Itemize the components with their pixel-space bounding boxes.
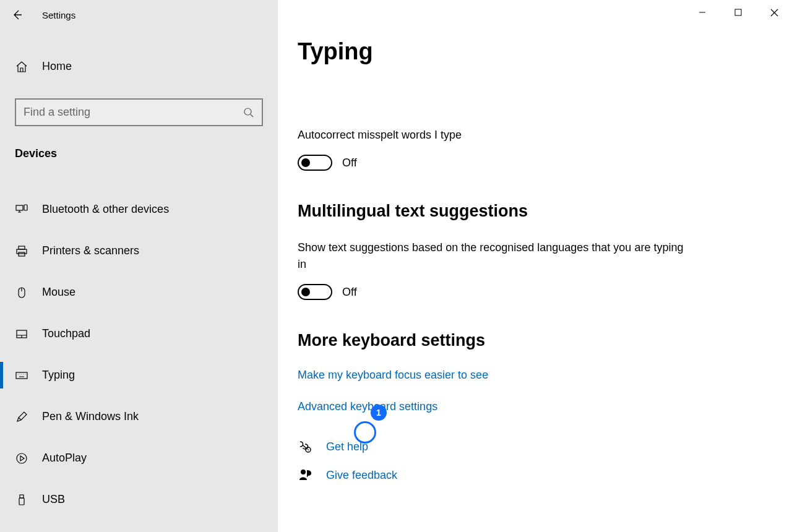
search-input[interactable]: [24, 106, 242, 119]
sidebar-item-label: Pen & Windows Ink: [42, 410, 139, 423]
sidebar-item-label: Home: [42, 60, 72, 73]
autoplay-icon: [15, 452, 28, 465]
svg-rect-3: [19, 246, 25, 249]
multilingual-label: Show text suggestions based on the recog…: [298, 239, 694, 273]
maximize-icon: [734, 9, 742, 16]
usb-icon: [15, 493, 28, 507]
svg-point-9: [17, 453, 27, 463]
sidebar-item-label: Bluetooth & other devices: [42, 203, 169, 216]
arrow-left-icon: [11, 9, 24, 21]
svg-rect-8: [16, 372, 27, 379]
close-icon: [770, 9, 778, 17]
svg-rect-2: [24, 205, 27, 210]
sidebar-item-touchpad[interactable]: Touchpad: [0, 313, 278, 354]
svg-rect-11: [19, 498, 24, 505]
help-icon: ?: [298, 439, 312, 454]
svg-point-0: [244, 108, 251, 115]
sidebar-item-usb[interactable]: USB: [0, 479, 278, 520]
sidebar-item-label: AutoPlay: [42, 452, 87, 465]
svg-point-14: [301, 470, 306, 474]
feedback-icon: [298, 468, 312, 483]
svg-rect-15: [735, 9, 741, 15]
minimize-button[interactable]: [684, 0, 720, 25]
sidebar-item-pen[interactable]: Pen & Windows Ink: [0, 396, 278, 437]
sidebar-item-bluetooth[interactable]: Bluetooth & other devices: [0, 189, 278, 230]
sidebar-item-mouse[interactable]: Mouse: [0, 272, 278, 313]
svg-rect-1: [16, 205, 23, 210]
sidebar-item-label: Printers & scanners: [42, 244, 139, 257]
multilingual-header: Multilingual text suggestions: [298, 202, 761, 221]
pen-icon: [15, 410, 28, 424]
more-settings-header: More keyboard settings: [298, 331, 761, 350]
sidebar-item-typing[interactable]: Typing: [0, 354, 278, 396]
back-button[interactable]: [5, 2, 30, 27]
search-icon: [242, 106, 256, 119]
window-title: Settings: [42, 10, 75, 20]
page-title: Typing: [298, 38, 761, 65]
svg-rect-10: [20, 495, 24, 498]
autocorrect-toggle[interactable]: [298, 155, 332, 171]
touchpad-icon: [15, 327, 28, 341]
multilingual-toggle[interactable]: [298, 284, 332, 300]
link-keyboard-focus[interactable]: Make my keyboard focus easier to see: [298, 369, 761, 382]
sidebar-item-label: Typing: [42, 369, 75, 382]
mouse-icon: [15, 286, 28, 299]
sidebar-item-label: Touchpad: [42, 327, 90, 340]
link-advanced-keyboard[interactable]: Advanced keyboard settings: [298, 400, 761, 413]
maximize-button[interactable]: [720, 0, 756, 25]
printer-icon: [15, 244, 28, 258]
sidebar-item-label: USB: [42, 493, 65, 506]
sidebar-item-label: Mouse: [42, 286, 75, 299]
multilingual-state: Off: [342, 286, 357, 299]
autocorrect-state: Off: [342, 157, 357, 169]
devices-icon: [15, 203, 28, 217]
get-help-link[interactable]: Get help: [326, 440, 368, 453]
minimize-icon: [699, 9, 706, 16]
autocorrect-label: Autocorrect misspelt words I type: [298, 127, 694, 144]
give-feedback-link[interactable]: Give feedback: [326, 469, 397, 482]
sidebar-item-home[interactable]: Home: [0, 46, 278, 87]
svg-rect-5: [19, 252, 25, 256]
home-icon: [15, 60, 28, 74]
sidebar-item-autoplay[interactable]: AutoPlay: [0, 437, 278, 479]
close-button[interactable]: [756, 0, 792, 25]
search-input-container[interactable]: [15, 98, 263, 126]
sidebar-item-printers[interactable]: Printers & scanners: [0, 230, 278, 272]
category-header: Devices: [0, 147, 278, 160]
keyboard-icon: [15, 369, 28, 382]
